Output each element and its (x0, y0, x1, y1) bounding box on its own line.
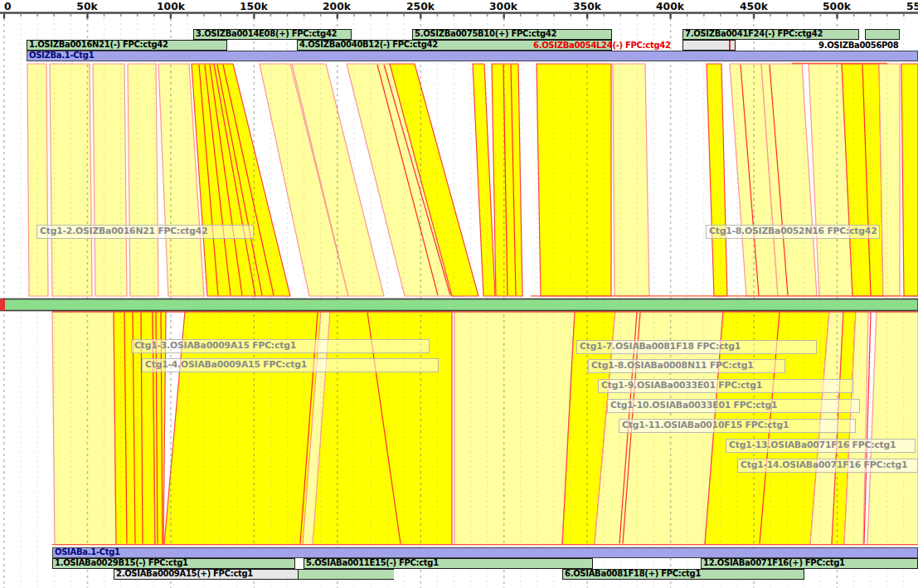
clone-bar-label: 5.OSIZBa0075B10(+) FPC:ctg42 (415, 29, 556, 38)
alignment-label: Ctg1-8.OSIZBa0052N16 FPC:ctg42 (706, 225, 880, 239)
clone-bar[interactable]: 6.OSIABa0081F18(+) FPC:ctg1 (562, 569, 804, 580)
clone-bar[interactable]: 1.OSIZBa0016N21(-) FPC:ctg42 (27, 40, 227, 51)
clone-float-label[interactable]: 6.OSIZBa0054L24(-) FPC:ctg42 (533, 41, 671, 51)
clone-bar-label: 12.OSIABa0071F16(+) FPC:ctg1 (703, 558, 845, 567)
clone-bar[interactable]: 12.OSIABa0071F16(+) FPC:ctg1 (701, 558, 918, 569)
clone-bar[interactable] (865, 29, 900, 40)
alignment-label: Ctg1-7.OSIABa0081F18 FPC:ctg1 (576, 340, 817, 354)
alignment-label: Ctg1-14.OSIABa0071F16 FPC:ctg1 (737, 459, 918, 473)
alignment-label: Ctg1-13.OSIABa0071F16 FPC:ctg1 (726, 439, 916, 453)
alignment-label: Ctg1-10.OSIABa0033E01 FPC:ctg1 (607, 399, 860, 413)
alignment-label: Ctg1-9.OSIABa0033E01 FPC:ctg1 (598, 379, 853, 393)
clone-bar-red-tick (729, 41, 731, 50)
clone-bar-label: 6.OSIABa0081F18(+) FPC:ctg1 (565, 569, 701, 578)
contig-bar[interactable]: OSIZBa.1-Ctg1 (27, 51, 918, 61)
clone-bar-aligned-segment (298, 570, 394, 579)
clone-bar[interactable]: 1.OSIABa0029B15(-) FPC:ctg1 (52, 558, 295, 569)
clone-bar[interactable] (682, 40, 736, 51)
alignment-label: Ctg1-4.OSIABa0009A15 FPC:ctg1 (142, 358, 439, 372)
track-overlay: 3.OSIZBa0014E08(+) FPC:ctg425.OSIZBa0075… (0, 0, 918, 588)
clone-bar-label: 5.OSIABa0011E15(-) FPC:ctg1 (306, 558, 439, 567)
clone-bar-label: 3.OSIZBa0014E08(+) FPC:ctg42 (196, 29, 337, 38)
clone-bar[interactable]: 3.OSIZBa0014E08(+) FPC:ctg42 (193, 29, 352, 40)
alignment-label: Ctg1-11.OSIABa0010F15 FPC:ctg1 (619, 419, 856, 433)
clone-bar-label: 4.OSIZBa0040B12(-) FPC:ctg42 (299, 40, 438, 49)
alignment-label: Ctg1-2.OSIZBa0016N21 FPC:ctg42 (36, 225, 254, 239)
clone-float-label[interactable]: 9.OSIZBa0056P08 (818, 41, 898, 51)
contig-bar[interactable]: OSIABa.1-Ctg1 (52, 547, 918, 558)
synteny-viewer: 050k100k150k200k250k300k350k400k450k500k… (0, 0, 918, 588)
contig-bar-label: OSIABa.1-Ctg1 (55, 547, 120, 556)
clone-bar-label: 7.OSIZBa0041F24(-) FPC:ctg42 (685, 29, 823, 38)
contig-bar-label: OSIZBa.1-Ctg1 (29, 51, 94, 60)
clone-bar-label: 1.OSIABa0029B15(-) FPC:ctg1 (55, 558, 188, 567)
clone-bar-label: 2.OSIABa0009A15(+) FPC:ctg1 (116, 569, 253, 578)
clone-bar[interactable]: 7.OSIZBa0041F24(-) FPC:ctg42 (682, 29, 859, 40)
clone-bar[interactable]: 5.OSIABa0011E15(-) FPC:ctg1 (304, 558, 593, 569)
alignment-label: Ctg1-8.OSIABa0008N11 FPC:ctg1 (588, 359, 785, 373)
clone-bar-label: 1.OSIZBa0016N21(-) FPC:ctg42 (29, 40, 168, 49)
alignment-label: Ctg1-3.OSIABa0009A15 FPC:ctg1 (131, 339, 430, 353)
clone-bar[interactable]: 5.OSIZBa0075B10(+) FPC:ctg42 (412, 29, 612, 40)
clone-bar[interactable]: 2.OSIABa0009A15(+) FPC:ctg1 (114, 569, 394, 580)
